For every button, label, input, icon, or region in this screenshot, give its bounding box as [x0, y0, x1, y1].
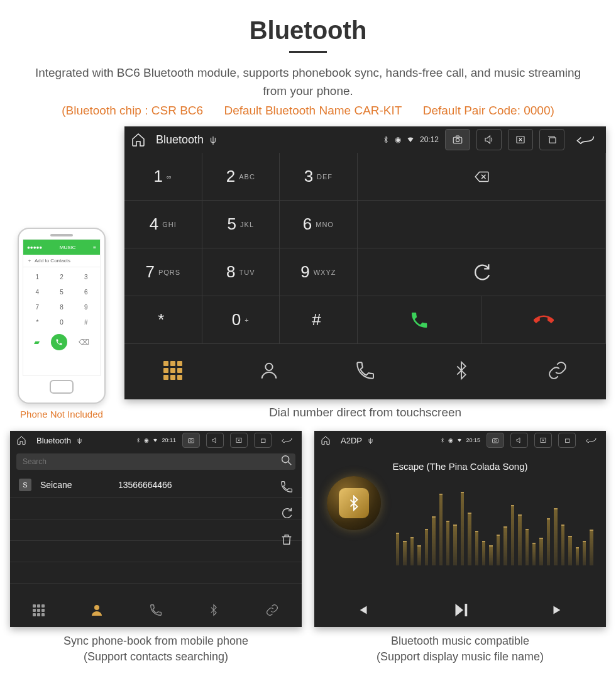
call-button[interactable]	[358, 296, 482, 344]
play-pause-button[interactable]	[451, 601, 470, 619]
tab-contacts[interactable]	[89, 602, 104, 618]
eq-bar	[461, 492, 464, 565]
hangup-button[interactable]	[481, 296, 606, 344]
dial-contact-icon[interactable]	[280, 480, 294, 494]
svg-point-6	[190, 440, 192, 442]
statusbar-title: A2DP	[341, 436, 362, 445]
wifi-status-icon	[456, 438, 463, 443]
back-button[interactable]	[582, 433, 600, 448]
delete-contact-icon[interactable]	[280, 533, 294, 547]
home-icon[interactable]	[131, 132, 146, 147]
tab-pairing[interactable]	[265, 603, 280, 617]
recent-apps-button[interactable]	[254, 433, 272, 448]
dial-key-8[interactable]: 8TUV	[202, 248, 280, 296]
phone-outline-icon	[355, 360, 376, 381]
album-art	[327, 476, 381, 530]
phonebook-panel: Bluetooth ψ ◉ 20:11 S Sei	[10, 431, 302, 627]
tab-contacts[interactable]	[249, 350, 289, 391]
svg-point-9	[282, 456, 289, 463]
sync-button[interactable]	[358, 248, 606, 296]
tab-bluetooth[interactable]	[207, 603, 220, 617]
search-input[interactable]	[16, 453, 295, 470]
back-button[interactable]	[278, 433, 295, 448]
eq-bar	[590, 530, 593, 565]
bluetooth-specs: (Bluetooth chip : CSR BC6 Default Blueto…	[0, 104, 616, 126]
dialer-panel: Bluetooth ψ ◉ 20:12	[124, 126, 606, 399]
screenshot-button[interactable]	[182, 433, 200, 448]
dial-key-2[interactable]: 2ABC	[202, 153, 280, 201]
backspace-icon	[470, 169, 493, 185]
bluetooth-icon	[207, 603, 220, 617]
dial-key-0[interactable]: 0+	[202, 296, 280, 344]
phone-icon	[409, 310, 429, 330]
dialer-caption: Dial number direct from touchscreen	[124, 406, 606, 419]
tab-call-history[interactable]	[149, 603, 163, 617]
contact-row[interactable]: S Seicane 13566664466	[10, 474, 302, 498]
statusbar-time: 20:12	[420, 135, 439, 144]
dial-key-*[interactable]: *	[124, 296, 202, 344]
eq-bar	[518, 514, 521, 565]
contact-name: Seicane	[40, 480, 109, 490]
close-app-button[interactable]	[508, 129, 533, 150]
dial-key-#[interactable]: #	[280, 296, 358, 344]
backspace-button[interactable]	[358, 153, 606, 201]
eq-bar	[532, 543, 536, 565]
phone-key: *	[26, 315, 49, 329]
eq-bar	[489, 545, 492, 566]
sync-contact-icon[interactable]	[280, 506, 294, 520]
dial-key-5[interactable]: 5JKL	[202, 201, 280, 248]
music-caption-2: (Support display music file name)	[314, 649, 606, 665]
usb-icon: ψ	[77, 437, 82, 444]
dial-key-6[interactable]: 6MNO	[280, 201, 358, 248]
tab-call-history[interactable]	[345, 350, 385, 391]
dial-key-7[interactable]: 7PQRS	[124, 248, 202, 296]
next-track-button[interactable]	[549, 602, 566, 618]
phone-hangup-icon	[534, 310, 554, 330]
dial-key-1[interactable]: 1∞	[124, 153, 202, 201]
prev-track-button[interactable]	[355, 602, 371, 618]
eq-bar	[453, 525, 456, 565]
phone-backspace-icon: ⌫	[79, 338, 89, 347]
home-icon[interactable]	[16, 435, 26, 445]
home-icon[interactable]	[321, 435, 331, 445]
search-action-icon[interactable]	[280, 453, 294, 467]
location-status-icon: ◉	[395, 135, 401, 144]
volume-button[interactable]	[510, 433, 528, 448]
wifi-status-icon	[406, 136, 415, 143]
eq-bar	[425, 529, 428, 566]
svg-point-1	[456, 138, 459, 142]
phone-key: 6	[74, 285, 97, 299]
screenshot-button[interactable]	[487, 433, 504, 448]
bluetooth-music-icon	[346, 495, 362, 511]
title-underline	[289, 51, 327, 53]
close-app-button[interactable]	[230, 433, 248, 448]
eq-bar	[439, 494, 443, 565]
back-button[interactable]	[571, 129, 600, 150]
dial-key-3[interactable]: 3DEF	[280, 153, 358, 201]
eq-bar	[432, 516, 435, 565]
dial-key-4[interactable]: 4GHI	[124, 201, 202, 248]
intro-text: Integrated with BC6 Bluetooth module, su…	[0, 64, 616, 104]
phone-caption: Phone Not Included	[10, 409, 113, 419]
eq-bar	[468, 513, 471, 566]
recent-apps-button[interactable]	[539, 129, 564, 150]
eq-bar	[410, 537, 414, 566]
tab-pairing[interactable]	[537, 350, 578, 391]
svg-rect-14	[566, 439, 570, 443]
phone-key: 8	[50, 300, 74, 314]
volume-button[interactable]	[476, 129, 502, 150]
phone-sms-icon: ▰	[34, 338, 40, 347]
dial-key-9[interactable]: 9WXYZ	[280, 248, 358, 296]
tab-bluetooth[interactable]	[441, 350, 481, 391]
tab-dialpad[interactable]	[153, 350, 193, 391]
eq-bar	[554, 508, 557, 565]
tab-dialpad[interactable]	[33, 604, 45, 616]
close-app-button[interactable]	[534, 433, 552, 448]
phonebook-caption-2: (Support contacts searching)	[10, 649, 302, 665]
volume-button[interactable]	[206, 433, 224, 448]
recent-apps-button[interactable]	[558, 433, 576, 448]
eq-bar	[576, 547, 579, 565]
screenshot-button[interactable]	[445, 129, 470, 150]
phone-key: 3	[74, 270, 97, 284]
empty-cell	[358, 201, 606, 248]
